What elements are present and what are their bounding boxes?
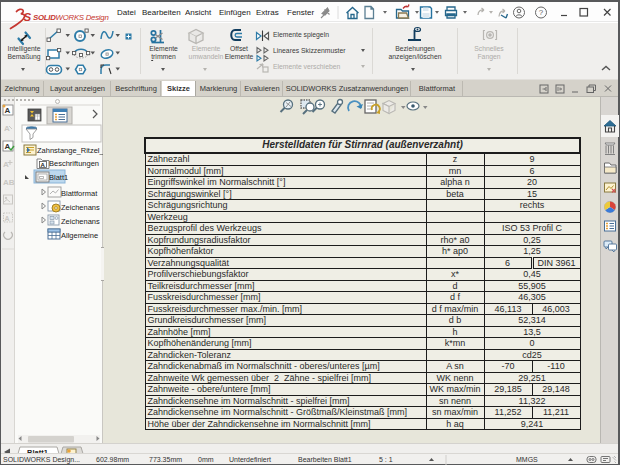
svg-text:A: A [3,160,9,169]
svg-text:A: A [41,162,46,168]
svg-text:A: A [5,106,11,115]
svg-text:Blattformat: Blattformat [61,189,98,198]
svg-text:Beschriftungen: Beschriftungen [49,159,99,168]
svg-text:SOLIDWORKS Design: SOLIDWORKS Design [33,13,108,22]
svg-text:A: A [5,215,10,222]
svg-text:Zeichenans: Zeichenans [61,203,100,212]
svg-text:AB: AB [3,178,15,187]
svg-text:Zahnstange_Ritzel_2: Zahnstange_Ritzel_2 [37,146,103,155]
svg-text:A: A [5,142,11,151]
svg-text:Blatt1: Blatt1 [49,173,68,182]
svg-text:Zeichenans: Zeichenans [61,217,100,226]
svg-text:?: ? [539,8,544,17]
svg-text:Allgemeine: Allgemeine [61,231,98,240]
svg-text:S: S [24,11,32,23]
svg-text:A: A [4,124,10,133]
